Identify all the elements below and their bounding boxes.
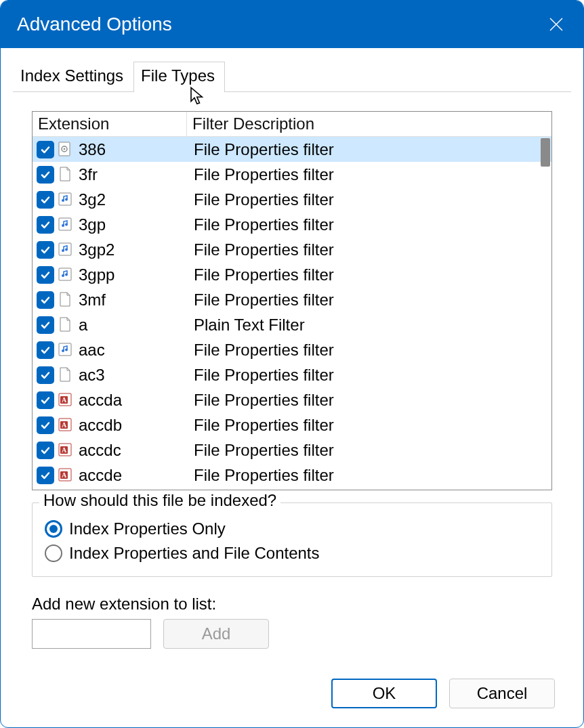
file-type-icon: [57, 291, 75, 309]
dialog-body: Index Settings File Types Extension Filt…: [1, 48, 583, 727]
row-checkbox[interactable]: [37, 266, 54, 284]
table-row[interactable]: 3gpFile Properties filter: [33, 212, 551, 237]
extension-text: 3gpp: [79, 265, 186, 284]
row-checkbox[interactable]: [37, 216, 54, 234]
table-row[interactable]: AaccdbFile Properties filter: [33, 412, 551, 437]
filter-description-text: File Properties filter: [186, 291, 551, 309]
radio-label: Index Properties Only: [69, 519, 226, 538]
column-extension[interactable]: Extension: [33, 112, 187, 136]
svg-point-4: [64, 148, 66, 150]
extension-text: 3g2: [79, 190, 186, 209]
tab-file-types[interactable]: File Types: [133, 62, 225, 92]
dialog-footer: OK Cancel: [13, 662, 571, 727]
add-button[interactable]: Add: [163, 619, 269, 649]
row-checkbox[interactable]: [37, 291, 54, 309]
filter-description-text: File Properties filter: [186, 215, 551, 234]
svg-rect-14: [59, 268, 71, 280]
table-row[interactable]: aPlain Text Filter: [33, 312, 551, 337]
svg-point-12: [62, 249, 64, 252]
extension-text: accde: [79, 466, 186, 485]
title-bar: Advanced Options: [1, 1, 583, 48]
filter-description-text: Plain Text Filter: [186, 316, 551, 335]
row-checkbox[interactable]: [37, 391, 54, 409]
file-type-icon: [57, 266, 75, 284]
radio-icon: [45, 520, 62, 538]
extension-text: 386: [79, 140, 186, 159]
filter-description-text: File Properties filter: [186, 441, 551, 460]
extension-text: accdb: [79, 416, 186, 435]
svg-point-6: [62, 199, 64, 202]
svg-text:A: A: [62, 396, 67, 404]
row-checkbox[interactable]: [37, 166, 54, 184]
tab-strip: Index Settings File Types: [13, 62, 571, 91]
file-type-icon: A: [57, 467, 75, 484]
advanced-options-dialog: Advanced Options Index Settings File Typ…: [0, 0, 584, 728]
close-button[interactable]: [547, 15, 566, 34]
svg-point-7: [65, 198, 68, 200]
filter-description-text: File Properties filter: [186, 366, 551, 385]
file-type-icon: [57, 141, 75, 158]
scrollbar-thumb[interactable]: [541, 138, 550, 167]
table-row[interactable]: 3gppFile Properties filter: [33, 262, 551, 287]
tab-index-settings[interactable]: Index Settings: [13, 62, 133, 92]
filter-description-text: File Properties filter: [186, 265, 551, 284]
file-type-icon: A: [57, 442, 75, 459]
file-type-icon: [57, 216, 75, 234]
extension-text: 3gp2: [79, 240, 186, 259]
list-scrollbar[interactable]: [537, 137, 551, 490]
file-type-icon: [57, 166, 75, 184]
radio-label: Index Properties and File Contents: [69, 544, 320, 563]
table-row[interactable]: 3frFile Properties filter: [33, 162, 551, 187]
table-row[interactable]: AaccdcFile Properties filter: [33, 437, 551, 463]
row-checkbox[interactable]: [37, 316, 54, 334]
radio-icon: [45, 544, 62, 562]
row-checkbox[interactable]: [37, 191, 54, 209]
extension-text: accdc: [79, 441, 186, 460]
svg-point-13: [65, 248, 68, 251]
filter-description-text: File Properties filter: [186, 165, 551, 184]
table-row[interactable]: AaccdeFile Properties filter: [33, 463, 551, 488]
row-checkbox[interactable]: [37, 366, 54, 384]
svg-rect-8: [59, 218, 71, 230]
radio-index-properties-only[interactable]: Index Properties Only: [45, 517, 539, 541]
extension-text: a: [79, 316, 186, 335]
row-checkbox[interactable]: [37, 241, 54, 259]
svg-text:A: A: [62, 421, 67, 429]
column-description[interactable]: Filter Description: [187, 112, 551, 136]
window-title: Advanced Options: [17, 14, 172, 35]
table-row[interactable]: 386File Properties filter: [33, 137, 551, 162]
file-type-icon: [57, 341, 75, 359]
file-type-icon: [57, 191, 75, 209]
indexing-legend: How should this file be indexed?: [39, 491, 280, 510]
table-row[interactable]: ac3File Properties filter: [33, 362, 551, 387]
row-checkbox[interactable]: [37, 341, 54, 359]
file-type-list[interactable]: Extension Filter Description 386File Pro…: [32, 111, 552, 490]
file-type-icon: A: [57, 416, 75, 434]
svg-point-16: [65, 273, 68, 276]
cancel-button[interactable]: Cancel: [449, 679, 555, 708]
svg-text:A: A: [62, 471, 67, 479]
table-row[interactable]: 3mfFile Properties filter: [33, 287, 551, 312]
table-row[interactable]: 3gp2File Properties filter: [33, 237, 551, 262]
file-type-icon: [57, 316, 75, 334]
ok-button[interactable]: OK: [331, 679, 437, 708]
table-row[interactable]: 3g2File Properties filter: [33, 187, 551, 212]
row-checkbox[interactable]: [37, 442, 54, 459]
svg-text:A: A: [62, 446, 67, 454]
row-checkbox[interactable]: [37, 141, 54, 158]
radio-index-properties-and-contents[interactable]: Index Properties and File Contents: [45, 541, 539, 565]
filter-description-text: File Properties filter: [186, 391, 551, 410]
list-header: Extension Filter Description: [33, 112, 551, 137]
add-extension-input[interactable]: [32, 619, 151, 649]
table-row[interactable]: aacFile Properties filter: [33, 337, 551, 362]
extension-text: 3fr: [79, 165, 186, 184]
file-type-icon: [57, 366, 75, 384]
svg-point-9: [62, 224, 64, 227]
row-checkbox[interactable]: [37, 467, 54, 484]
table-row[interactable]: AaccdaFile Properties filter: [33, 387, 551, 412]
svg-rect-11: [59, 243, 71, 255]
row-checkbox[interactable]: [37, 416, 54, 434]
extension-text: aac: [79, 341, 186, 360]
extension-text: 3mf: [79, 291, 186, 309]
filter-description-text: File Properties filter: [186, 240, 551, 259]
